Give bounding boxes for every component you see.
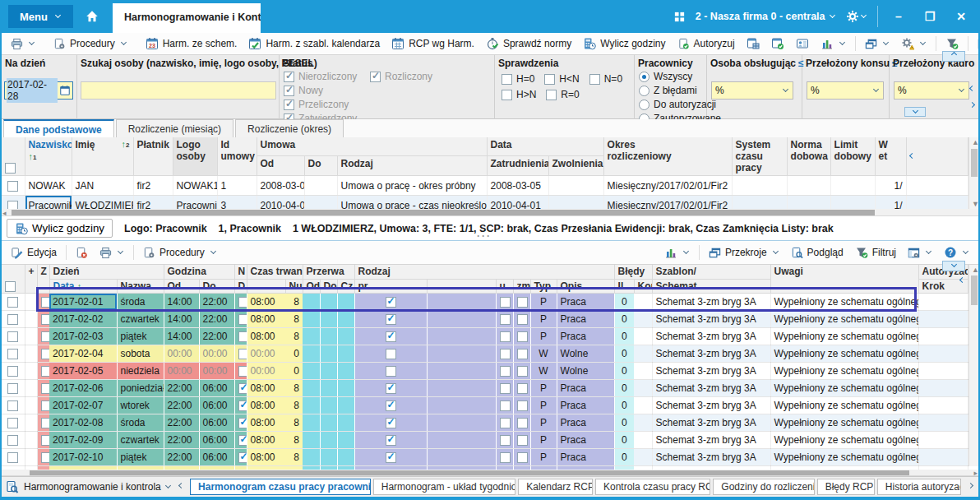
cell-num[interactable]: 8 — [285, 396, 303, 414]
col-num[interactable]: Num — [285, 279, 303, 293]
cell-etat[interactable]: 1/ — [875, 196, 906, 211]
cell-pc[interactable] — [337, 448, 354, 465]
cell-data[interactable]: 2017-02-05 — [49, 362, 117, 379]
cell-opis[interactable]: Praca — [557, 431, 614, 448]
cell-g[interactable] — [427, 327, 496, 345]
cell-do[interactable]: 06:00 — [199, 396, 234, 414]
col-data[interactable]: Data ↑ — [49, 279, 117, 293]
row-checkbox[interactable] — [517, 366, 528, 377]
cell-il[interactable]: 0 — [614, 431, 634, 448]
schedule-row[interactable]: 2017-02-10piątek22:0006:0008:008PPraca0S… — [2, 448, 968, 465]
cell-po[interactable] — [303, 345, 320, 362]
bottom-tab-7[interactable]: Historia autoryzac — [877, 479, 961, 495]
cell-uwagi[interactable]: Wypełniony ze schematu ogólnego — [770, 414, 918, 431]
bottom-tab-5[interactable]: Godziny do rozliczenia — [713, 479, 814, 495]
cell-czas[interactable]: 08:00 — [247, 379, 285, 396]
col-kon[interactable]: Kon — [634, 279, 652, 293]
cell-typ[interactable]: P — [530, 310, 557, 327]
cell-czas[interactable]: 00:00 — [247, 362, 285, 379]
row-select-cell[interactable] — [2, 196, 25, 211]
calendar-approve-button[interactable] — [765, 34, 790, 53]
col-limit[interactable]: Limit dobowy — [830, 137, 875, 176]
col-group-rodzaj[interactable]: Rodzaj — [354, 265, 614, 279]
cell-z[interactable] — [37, 327, 49, 345]
row-checkbox[interactable] — [7, 366, 18, 377]
cell-num[interactable]: 0 — [285, 345, 303, 362]
pr-checkbox[interactable] — [386, 400, 396, 411]
cell-od[interactable]: 22:00 — [164, 414, 199, 431]
cell-krok[interactable] — [918, 379, 968, 396]
cell-szablon[interactable]: Schemat 3-zm bryg 3A — [652, 396, 770, 414]
chart-menu-button[interactable] — [659, 243, 696, 262]
row-checkbox[interactable] — [41, 400, 50, 411]
col-opis[interactable]: Opis — [557, 279, 614, 293]
cell-nazwa[interactable]: wtorek — [117, 396, 164, 414]
cell-g[interactable] — [427, 293, 496, 310]
schedule-row[interactable]: 2017-02-06poniedziałek22:0006:0008:008PP… — [2, 379, 968, 396]
cell-cb[interactable] — [2, 327, 25, 345]
col-przerwa-od[interactable]: Od — [303, 279, 320, 293]
col-typ[interactable]: Typ — [530, 279, 557, 293]
chart-menu-button[interactable] — [815, 34, 852, 53]
col-norma[interactable]: Norma dobowa — [787, 137, 830, 176]
checkbox[interactable] — [589, 74, 600, 85]
delete-button[interactable] — [70, 243, 94, 262]
cell-num[interactable]: 8 — [285, 379, 303, 396]
col-godzina-do[interactable]: Do — [199, 279, 234, 293]
cell-krok[interactable] — [918, 327, 968, 345]
cell-opis[interactable]: Praca — [557, 396, 614, 414]
cell-nazwisko[interactable]: NOWAK — [25, 176, 72, 196]
col-zwolnienia[interactable]: Zwolnienia — [548, 156, 603, 176]
nd-checkbox[interactable] — [238, 366, 247, 377]
close-button[interactable]: ✕ — [950, 6, 972, 27]
nd-checkbox[interactable] — [238, 418, 247, 428]
cell-limit[interactable] — [830, 176, 875, 196]
cell-okres[interactable]: Miesięczny/2017/02/01/Fir2 — [603, 176, 732, 196]
minimize-button[interactable]: – — [888, 6, 909, 27]
schedule-row[interactable]: 2017-02-09czwartek22:0006:0008:008PPraca… — [2, 431, 968, 448]
ribbon-expand-button[interactable] — [942, 261, 965, 271]
cell-il[interactable]: 0 — [614, 379, 634, 396]
cell-data[interactable]: 2017-02-01 — [49, 293, 117, 310]
cell-cb[interactable] — [2, 431, 25, 448]
cell-nd[interactable] — [234, 327, 247, 345]
cell-pr[interactable] — [354, 362, 427, 379]
wylicz-godziny-button[interactable]: Wylicz godziny — [7, 219, 113, 238]
cell-data[interactable]: 2017-02-04 — [49, 345, 117, 362]
cell-pc[interactable] — [337, 362, 354, 379]
schedule-row[interactable]: 2017-02-07wtorek22:0006:0008:008PPraca0S… — [2, 396, 968, 414]
cell-zm[interactable] — [513, 327, 530, 345]
cell-do[interactable]: 22:00 — [199, 327, 234, 345]
row-checkbox[interactable] — [41, 435, 50, 446]
cell-il[interactable]: 0 — [614, 310, 634, 327]
cell-szablon[interactable]: Schemat 3-zm bryg 3A — [652, 327, 770, 345]
cell-pd[interactable] — [320, 431, 337, 448]
cell-data[interactable]: 2017-02-02 — [49, 310, 117, 327]
col-il[interactable]: Il. — [614, 279, 634, 293]
cell-num[interactable]: 8 — [285, 431, 303, 448]
cell-pr[interactable] — [354, 414, 427, 431]
row-checkbox[interactable] — [500, 400, 511, 411]
filtruj-button[interactable]: Filtruj — [849, 243, 902, 262]
cell-typ[interactable]: P — [530, 379, 557, 396]
cell-z[interactable] — [37, 414, 49, 431]
scrollbar-thumb[interactable] — [12, 210, 875, 215]
radio-button[interactable] — [639, 86, 649, 96]
cell-od[interactable]: 22:00 — [164, 396, 199, 414]
cell-id[interactable]: 3 — [217, 196, 257, 211]
main-window-tab[interactable]: Harmonogramowanie i Kont — [113, 3, 261, 33]
cell-il[interactable]: 0 — [614, 327, 634, 345]
cell-szablon[interactable]: Schemat 3-zm bryg 3A — [652, 448, 770, 465]
col-zatrudnienia[interactable]: Zatrudnienia — [487, 156, 548, 176]
employee-row[interactable]: PracownikWŁODZIMIERZfir2Pracownik32010-0… — [2, 196, 968, 211]
bottom-tab-2[interactable]: Harmonogram - układ tygodniowy — [373, 479, 515, 495]
cell-uwagi[interactable]: Wypełniony ze schematu ogólnego — [770, 448, 918, 465]
cell-num[interactable]: 8 — [285, 414, 303, 431]
company-selector[interactable]: 2 - Nasza firma 0 - centrala — [696, 11, 836, 22]
expand-panel-right-icon[interactable] — [969, 102, 975, 108]
cell-kon[interactable] — [634, 362, 652, 379]
radio-button[interactable] — [639, 100, 649, 110]
col-imie[interactable]: Imię ↑2 — [72, 137, 133, 176]
row-checkbox[interactable] — [41, 366, 50, 377]
cell-zm[interactable] — [513, 310, 530, 327]
